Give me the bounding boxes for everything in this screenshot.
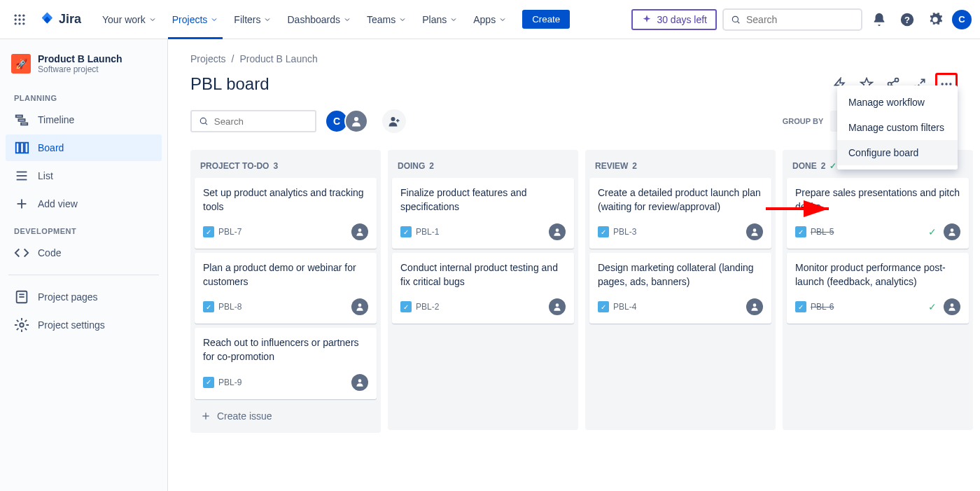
- grid-icon: [13, 13, 27, 27]
- sidebar-item-timeline[interactable]: Timeline: [6, 106, 162, 133]
- trial-button[interactable]: 30 days left: [631, 9, 717, 30]
- task-type-icon: ✓: [795, 226, 806, 237]
- sidebar-item-code[interactable]: Code: [6, 240, 162, 266]
- nav-items: Your workProjectsFiltersDashboardsTeamsP…: [95, 10, 514, 29]
- project-icon: 🚀: [11, 54, 31, 74]
- board-card[interactable]: Monitor product performance post-launch …: [787, 253, 969, 324]
- more-dropdown: Manage workflowManage custom filtersConf…: [837, 85, 958, 170]
- card-assignee[interactable]: [944, 223, 960, 240]
- board-card[interactable]: Set up product analytics and tracking to…: [195, 178, 377, 249]
- chevron-down-icon: [210, 15, 218, 24]
- card-assignee[interactable]: [549, 298, 566, 315]
- card-assignee[interactable]: [351, 374, 368, 391]
- menu-item-manage-workflow[interactable]: Manage workflow: [837, 90, 958, 115]
- card-assignee[interactable]: [351, 298, 368, 315]
- column-header[interactable]: DOING 2: [392, 154, 574, 178]
- notifications-button[interactable]: [868, 8, 890, 31]
- svg-point-4: [18, 18, 20, 20]
- menu-item-manage-custom-filters[interactable]: Manage custom filters: [837, 115, 958, 140]
- project-header[interactable]: 🚀 Product B Launch Software project: [6, 53, 162, 85]
- sidebar-item-add-view[interactable]: Add view: [6, 191, 162, 217]
- column-header[interactable]: PROJECT TO-DO 3: [195, 154, 377, 178]
- sidebar-item-board[interactable]: Board: [6, 134, 162, 161]
- nav-item-plans[interactable]: Plans: [415, 10, 465, 29]
- add-people-button[interactable]: [382, 109, 406, 133]
- person-icon: [552, 227, 562, 237]
- column-header[interactable]: REVIEW 2: [589, 154, 771, 178]
- global-search-input[interactable]: [746, 14, 854, 25]
- menu-item-configure-board[interactable]: Configure board: [837, 140, 958, 165]
- nav-item-dashboards[interactable]: Dashboards: [280, 10, 358, 29]
- sidebar-planning-items: TimelineBoardListAdd view: [6, 106, 162, 217]
- card-title: Set up product analytics and tracking to…: [203, 186, 368, 214]
- card-key: PBL-6: [811, 302, 834, 312]
- callout-arrow: [766, 202, 836, 218]
- global-search[interactable]: [722, 8, 862, 31]
- group-by-label: GROUP BY: [783, 117, 823, 125]
- board-card[interactable]: Conduct internal product testing and fix…: [392, 253, 574, 324]
- task-type-icon: ✓: [203, 377, 214, 388]
- card-title: Design marketing collateral (landing pag…: [598, 261, 763, 289]
- jira-logo[interactable]: Jira: [34, 11, 87, 28]
- svg-point-1: [18, 14, 20, 16]
- list-icon: [14, 168, 29, 184]
- create-button[interactable]: Create: [522, 10, 570, 29]
- create-issue-button[interactable]: Create issue: [195, 403, 377, 429]
- nav-item-apps[interactable]: Apps: [466, 10, 514, 29]
- person-icon: [552, 302, 562, 312]
- bell-icon: [872, 12, 887, 27]
- project-subtitle: Software project: [38, 64, 122, 74]
- task-type-icon: ✓: [203, 226, 214, 237]
- help-button[interactable]: ?: [896, 8, 918, 31]
- card-assignee[interactable]: [549, 223, 566, 240]
- person-icon: [355, 378, 365, 387]
- card-assignee[interactable]: [746, 223, 763, 240]
- nav-item-filters[interactable]: Filters: [227, 10, 279, 29]
- search-icon: [199, 116, 209, 127]
- board-search-input[interactable]: [214, 116, 308, 127]
- done-check-icon: ✓: [928, 226, 937, 237]
- board-search[interactable]: [190, 110, 316, 132]
- card-key: PBL-2: [416, 302, 439, 312]
- svg-point-28: [895, 78, 899, 82]
- chevron-down-icon: [343, 15, 351, 24]
- card-assignee[interactable]: [746, 298, 763, 315]
- sidebar-item-list[interactable]: List: [6, 162, 162, 189]
- svg-point-3: [15, 18, 17, 20]
- sidebar-item-project-pages[interactable]: Project pages: [6, 284, 162, 310]
- add-person-icon: [388, 115, 400, 127]
- avatar-unassigned[interactable]: [344, 109, 368, 133]
- board-card[interactable]: Finalize product features and specificat…: [392, 178, 574, 249]
- breadcrumb-projects[interactable]: Projects: [190, 53, 226, 64]
- nav-item-your-work[interactable]: Your work: [95, 10, 164, 29]
- svg-point-43: [358, 379, 362, 382]
- board-card[interactable]: Plan a product demo or webinar for custo…: [195, 253, 377, 324]
- sidebar-item-project-settings[interactable]: Project settings: [6, 312, 162, 338]
- app-switcher-button[interactable]: [8, 8, 31, 31]
- nav-item-projects[interactable]: Projects: [165, 10, 226, 29]
- breadcrumb-project[interactable]: Product B Launch: [239, 53, 317, 64]
- card-title: Finalize product features and specificat…: [400, 186, 566, 214]
- person-icon: [750, 227, 760, 237]
- svg-point-8: [22, 22, 24, 25]
- column-review: REVIEW 2Create a detailed product launch…: [585, 150, 776, 430]
- chevron-down-icon: [263, 15, 272, 24]
- card-assignee[interactable]: [351, 223, 368, 240]
- project-name: Product B Launch: [38, 53, 122, 64]
- board-card[interactable]: Reach out to influencers or partners for…: [195, 328, 377, 399]
- nav-item-teams[interactable]: Teams: [360, 10, 414, 29]
- svg-line-38: [205, 123, 207, 125]
- svg-line-10: [737, 21, 739, 23]
- gear-icon: [14, 317, 29, 333]
- board-card[interactable]: Create a detailed product launch plan (w…: [589, 178, 771, 249]
- board-card[interactable]: Design marketing collateral (landing pag…: [589, 253, 771, 324]
- svg-point-7: [18, 22, 20, 25]
- card-title: Conduct internal product testing and fix…: [400, 261, 566, 289]
- settings-button[interactable]: [924, 8, 946, 31]
- user-avatar[interactable]: C: [952, 10, 972, 29]
- svg-point-50: [951, 229, 954, 233]
- card-assignee[interactable]: [944, 298, 960, 315]
- card-title: Plan a product demo or webinar for custo…: [203, 261, 368, 289]
- card-key: PBL-9: [218, 378, 241, 387]
- svg-point-6: [15, 22, 17, 25]
